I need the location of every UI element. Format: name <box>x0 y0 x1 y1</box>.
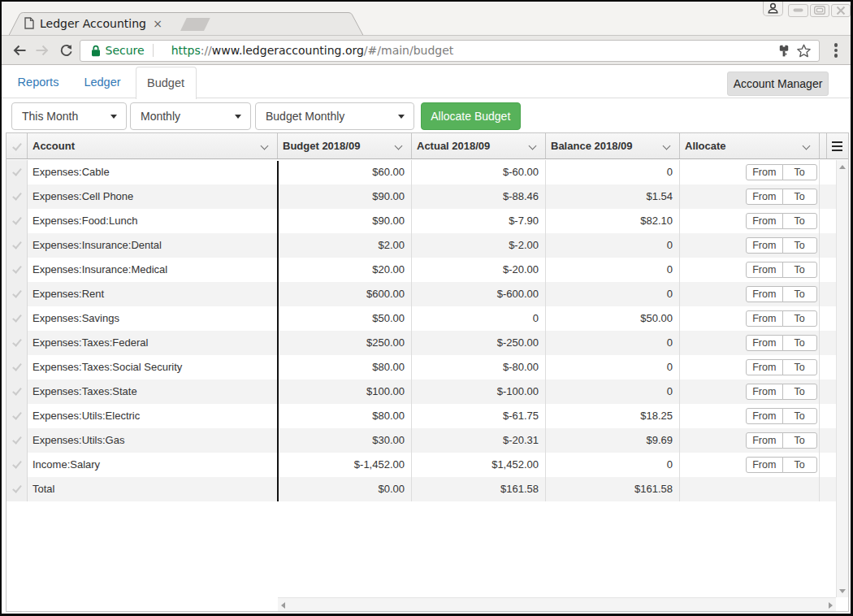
grid-row[interactable]: Total$0.00$161.58$161.58 <box>6 477 836 501</box>
row-select-cell[interactable] <box>6 282 28 306</box>
grid-row[interactable]: Expenses:Food:Lunch$90.00$-7.90$82.10Fro… <box>6 209 836 233</box>
allocate-to-button[interactable]: To <box>782 432 817 449</box>
grid-row[interactable]: Income:Salary$-1,452.00$1,452.000FromTo <box>6 453 836 477</box>
allocate-from-button[interactable]: From <box>746 384 783 400</box>
grid-row[interactable]: Expenses:Insurance:Medical$20.00$-20.000… <box>6 258 836 282</box>
row-select-cell[interactable] <box>6 355 28 380</box>
nav-tab-budget[interactable]: Budget <box>136 67 197 99</box>
allocate-from-button[interactable]: From <box>746 286 783 302</box>
scroll-down-icon[interactable] <box>839 589 846 593</box>
scroll-up-icon[interactable] <box>839 165 846 169</box>
account-cell: Expenses:Taxes:State <box>28 380 278 404</box>
row-select-cell[interactable] <box>6 428 28 453</box>
app-nav-tabs: Reports Ledger Budget <box>2 67 851 98</box>
allocate-to-button[interactable]: To <box>782 457 817 473</box>
row-select-cell[interactable] <box>6 306 28 331</box>
row-select-cell[interactable] <box>6 184 28 209</box>
grid-row[interactable]: Expenses:Utils:Gas$30.00$-20.31$9.69From… <box>6 428 836 453</box>
address-bar[interactable]: Secure https://www.ledgeraccounting.org/… <box>80 40 820 62</box>
allocate-to-button[interactable]: To <box>782 262 817 278</box>
row-select-cell[interactable] <box>6 453 28 477</box>
profile-button[interactable] <box>763 2 783 16</box>
grid-header-allocate[interactable]: Allocate <box>680 133 820 158</box>
allocate-to-button[interactable]: To <box>782 213 817 229</box>
budget-cell: $60.00 <box>278 160 412 184</box>
window-minimize-button[interactable] <box>788 4 808 17</box>
allocate-from-button[interactable]: From <box>746 335 783 351</box>
horizontal-scrollbar[interactable] <box>278 597 836 611</box>
allocate-from-button[interactable]: From <box>746 262 783 278</box>
grid-row[interactable]: Expenses:Utils:Electric$80.00$-61.75$18.… <box>6 404 836 428</box>
row-select-cell[interactable] <box>6 404 28 428</box>
allocate-to-button[interactable]: To <box>782 189 817 205</box>
grid-column-menu-button[interactable] <box>827 133 849 158</box>
window-close-button[interactable] <box>831 4 851 17</box>
row-select-cell[interactable] <box>6 380 28 404</box>
nav-tab-ledger[interactable]: Ledger <box>72 67 132 98</box>
url-scheme: https <box>171 44 201 57</box>
frequency-select[interactable]: Monthly <box>130 102 251 130</box>
actual-cell: $-60.00 <box>412 160 546 184</box>
chevron-down-icon[interactable] <box>261 141 269 150</box>
allocate-from-button[interactable]: From <box>746 408 783 424</box>
allocate-from-button[interactable]: From <box>746 359 783 375</box>
grid-row[interactable]: Expenses:Taxes:State$100.00$-100.000From… <box>6 380 836 404</box>
browser-menu-button[interactable] <box>832 42 840 59</box>
check-icon <box>12 458 22 468</box>
allocate-from-button[interactable]: From <box>746 164 783 180</box>
allocate-from-button[interactable]: From <box>746 213 783 229</box>
grid-header-actual[interactable]: Actual 2018/09 <box>412 133 546 158</box>
grid-row[interactable]: Expenses:Cable$60.00$-60.000FromTo <box>6 160 836 184</box>
tab-close-icon[interactable]: × <box>151 13 164 34</box>
grid-header-budget[interactable]: Budget 2018/09 <box>278 133 412 158</box>
allocate-to-button[interactable]: To <box>782 408 817 424</box>
back-button[interactable] <box>11 42 28 59</box>
allocate-to-button[interactable]: To <box>782 286 817 302</box>
row-select-cell[interactable] <box>6 258 28 282</box>
grid-row[interactable]: Expenses:Rent$600.00$-600.000FromTo <box>6 282 836 306</box>
row-select-cell[interactable] <box>6 160 28 184</box>
allocate-to-button[interactable]: To <box>782 359 817 375</box>
grid-row[interactable]: Expenses:Taxes:Social Security$80.00$-80… <box>6 355 836 380</box>
row-select-cell[interactable] <box>6 331 28 355</box>
grid-row[interactable]: Expenses:Insurance:Dental$2.00$-2.000Fro… <box>6 233 836 258</box>
grid-row[interactable]: Expenses:Taxes:Federal$250.00$-250.000Fr… <box>6 331 836 355</box>
account-manager-button[interactable]: Account Manager <box>727 72 829 96</box>
chevron-down-icon[interactable] <box>529 141 537 150</box>
period-select[interactable]: This Month <box>11 102 127 130</box>
password-key-icon[interactable] <box>779 45 789 57</box>
row-select-cell[interactable] <box>6 209 28 233</box>
chevron-down-icon[interactable] <box>802 141 810 150</box>
grid-row[interactable]: Expenses:Savings$50.000$50.00FromTo <box>6 306 836 331</box>
forward-button[interactable] <box>34 42 50 59</box>
grid-header-account[interactable]: Account <box>28 133 278 158</box>
grid-header-balance[interactable]: Balance 2018/09 <box>546 133 680 158</box>
vertical-scrollbar[interactable] <box>836 160 849 598</box>
grid-row[interactable]: Expenses:Cell Phone$90.00$-88.46$1.54Fro… <box>6 184 836 209</box>
scroll-right-icon[interactable] <box>829 602 833 609</box>
allocate-budget-button[interactable]: Allocate Budget <box>421 102 522 130</box>
user-icon <box>767 2 779 14</box>
row-select-cell[interactable] <box>6 233 28 258</box>
allocate-from-button[interactable]: From <box>746 457 783 473</box>
allocate-to-button[interactable]: To <box>782 164 817 180</box>
forward-arrow-icon <box>35 45 50 56</box>
allocate-to-button[interactable]: To <box>782 237 817 254</box>
grid-header-select-all[interactable] <box>6 133 28 158</box>
allocate-to-button[interactable]: To <box>782 335 817 351</box>
allocate-to-button[interactable]: To <box>782 310 817 327</box>
bookmark-star-icon[interactable] <box>797 44 811 58</box>
allocate-from-button[interactable]: From <box>746 237 783 254</box>
row-select-cell[interactable] <box>6 477 28 501</box>
allocate-from-button[interactable]: From <box>746 310 783 327</box>
chevron-down-icon[interactable] <box>663 141 671 150</box>
nav-tab-reports[interactable]: Reports <box>6 67 71 98</box>
allocate-to-button[interactable]: To <box>782 384 817 400</box>
allocate-from-button[interactable]: From <box>746 189 783 205</box>
reload-button[interactable] <box>58 42 74 59</box>
window-maximize-button[interactable] <box>810 4 830 17</box>
allocate-from-button[interactable]: From <box>746 432 783 449</box>
scroll-left-icon[interactable] <box>281 602 285 609</box>
chevron-down-icon[interactable] <box>395 141 403 150</box>
budget-type-select[interactable]: Budget Monthly <box>255 102 414 130</box>
